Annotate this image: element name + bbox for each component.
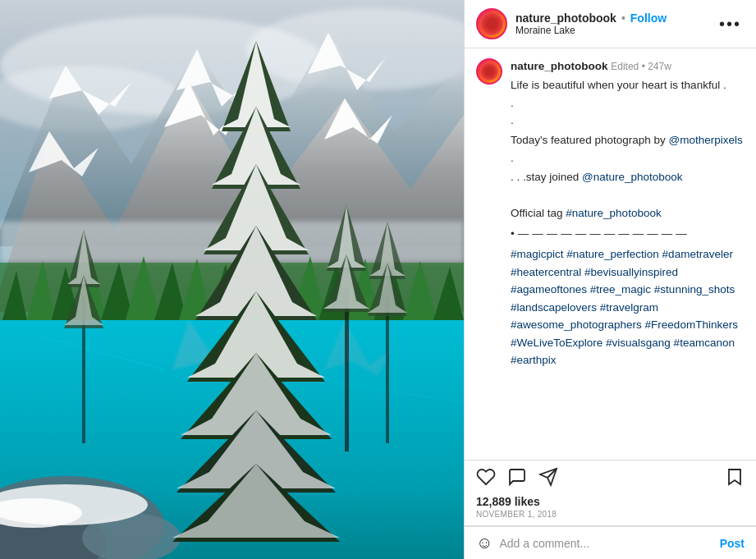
post-content: nature_photobook Edited • 247w Life is b… xyxy=(465,48,756,460)
avatar[interactable] xyxy=(476,8,507,39)
action-icons-row xyxy=(476,467,745,490)
likes-count: 12,889 likes xyxy=(476,495,745,508)
caption-dot3: . xyxy=(511,149,745,167)
like-button[interactable] xyxy=(476,467,496,490)
share-button[interactable] xyxy=(538,467,558,490)
add-comment-row: ☺ Post xyxy=(465,526,756,559)
caption-edited: Edited • 247w xyxy=(611,61,671,72)
post-actions: 12,889 likes NOVEMBER 1, 2018 xyxy=(465,460,756,526)
comment-input[interactable] xyxy=(499,537,712,550)
emoji-button[interactable]: ☺ xyxy=(476,534,493,552)
comment-button[interactable] xyxy=(507,467,527,490)
post-image xyxy=(0,0,464,559)
svg-marker-78 xyxy=(729,470,740,484)
mention-motherpixels[interactable]: @motherpixels xyxy=(668,134,742,146)
caption-text-block: nature_photobook Edited • 247w Life is b… xyxy=(511,58,745,369)
separator: •———————————— xyxy=(511,226,745,242)
post-container: nature_photobook • Follow Moraine Lake •… xyxy=(0,0,756,559)
follow-button[interactable]: Follow xyxy=(630,11,667,25)
mention-nature-photobook[interactable]: @nature_photobook xyxy=(582,171,683,183)
header-username-row: nature_photobook • Follow xyxy=(515,11,708,25)
hashtag-list[interactable]: #magicpict #nature_perfection #dametrave… xyxy=(511,248,738,367)
caption-stay: . . .stay joined @nature_photobook xyxy=(511,168,745,186)
caption-line1: Life is beautiful when your heart is tha… xyxy=(511,76,745,94)
save-button[interactable] xyxy=(725,467,745,490)
header-dot: • xyxy=(621,11,625,25)
more-options-button[interactable]: ••• xyxy=(716,15,745,34)
post-location[interactable]: Moraine Lake xyxy=(515,25,708,36)
caption-dot1: . xyxy=(511,94,745,112)
header-username[interactable]: nature_photobook xyxy=(515,11,616,25)
caption-dot2: . xyxy=(511,112,745,130)
svg-rect-66 xyxy=(386,296,389,443)
caption-featured: Today's featured photograph by @motherpi… xyxy=(511,131,745,149)
official-hashtag[interactable]: #nature_photobook xyxy=(566,207,661,219)
hashtags: #magicpict #nature_perfection #dametrave… xyxy=(511,245,745,369)
info-panel: nature_photobook • Follow Moraine Lake •… xyxy=(464,0,756,559)
post-date: NOVEMBER 1, 2018 xyxy=(476,510,745,519)
header-info: nature_photobook • Follow Moraine Lake xyxy=(515,11,708,36)
post-header: nature_photobook • Follow Moraine Lake •… xyxy=(465,0,756,48)
caption-block: nature_photobook Edited • 247w Life is b… xyxy=(476,58,745,369)
official-tag-line: Official tag #nature_photobook xyxy=(511,204,745,222)
caption-username[interactable]: nature_photobook xyxy=(511,60,608,72)
post-comment-button[interactable]: Post xyxy=(720,537,745,550)
comment-avatar[interactable] xyxy=(476,58,502,85)
